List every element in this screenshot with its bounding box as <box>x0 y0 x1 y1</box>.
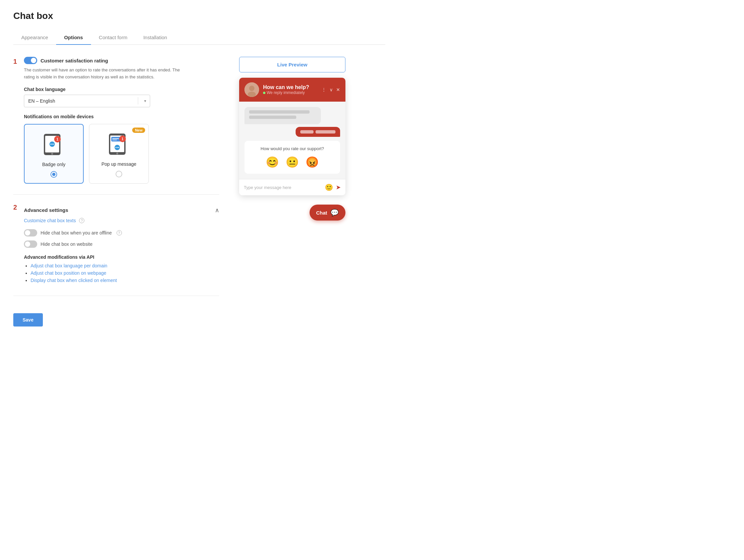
language-label: Chat box language <box>24 87 219 92</box>
hide-website-toggle[interactable] <box>24 240 37 248</box>
neutral-emoji[interactable]: 😐 <box>286 156 299 169</box>
send-icon[interactable]: ➤ <box>336 184 341 191</box>
svg-rect-14 <box>112 140 117 141</box>
rating-emojis: 😊 😐 😡 <box>250 156 335 169</box>
svg-point-7 <box>52 144 53 145</box>
angry-emoji[interactable]: 😡 <box>305 156 319 169</box>
svg-point-8 <box>53 144 54 145</box>
msg-line <box>249 110 309 114</box>
section-2: 2 Advanced settings ∧ Customize chat box… <box>13 202 219 285</box>
svg-point-18 <box>116 147 117 148</box>
live-preview-wrapper: Live Preview How ca <box>239 57 345 221</box>
chevron-down-icon[interactable]: ∨ <box>330 87 333 92</box>
section-1-title: Customer satisfaction rating <box>40 58 108 64</box>
happy-emoji[interactable]: 😊 <box>266 156 279 169</box>
svg-point-6 <box>50 144 51 145</box>
hide-website-label: Hide chat box on website <box>40 241 92 247</box>
advanced-settings-title: Advanced settings <box>24 207 68 213</box>
section-1-number: 1 <box>13 57 20 66</box>
sent-message-wrap <box>245 127 340 137</box>
sent-msg-line <box>300 130 313 134</box>
section-2-number: 2 <box>13 202 20 212</box>
chat-bubble-icon: 💬 <box>331 209 339 217</box>
api-link-item: Adjust chat box language per domain <box>31 263 219 268</box>
hide-offline-label: Hide chat box when you are offline <box>40 230 112 235</box>
api-section: Advanced modifications via API Adjust ch… <box>24 254 219 283</box>
chat-input-area: Type your message here 🙂 ➤ <box>239 179 345 195</box>
chat-body: How would you rate our support? 😊 😐 😡 <box>239 102 345 179</box>
chevron-up-icon: ∧ <box>215 207 219 214</box>
hide-offline-toggle[interactable] <box>24 229 37 236</box>
badge-only-radio[interactable] <box>50 171 57 178</box>
notif-card-popup[interactable]: New <box>89 124 149 184</box>
svg-point-22 <box>249 86 254 91</box>
close-icon[interactable]: ✕ <box>336 87 340 92</box>
hide-offline-help-icon: ? <box>117 230 122 235</box>
page-title: Chat box <box>13 11 385 21</box>
rating-box: How would you rate our support? 😊 😐 😡 <box>245 141 340 174</box>
svg-point-20 <box>118 147 119 148</box>
api-links-list: Adjust chat box language per domain Adju… <box>24 263 219 283</box>
new-badge: New <box>132 127 145 133</box>
sent-message <box>296 127 340 137</box>
customer-rating-toggle[interactable] <box>24 57 37 64</box>
svg-point-23 <box>248 92 256 97</box>
api-link-language[interactable]: Adjust chat box language per domain <box>31 263 107 268</box>
tab-contact-form[interactable]: Contact form <box>91 31 136 45</box>
api-link-position[interactable]: Adjust chat box position on webpage <box>31 270 106 276</box>
msg-line <box>249 116 296 119</box>
notifications-label: Notifications on mobile devices <box>24 114 219 119</box>
chat-widget-label: Chat <box>316 210 327 216</box>
chat-header-info: How can we help? We reply immediately <box>263 84 318 95</box>
tabs-bar: Appearance Options Contact form Installa… <box>13 31 385 45</box>
hide-website-row: Hide chat box on website <box>24 240 219 248</box>
status-dot-icon <box>263 92 265 94</box>
api-link-display[interactable]: Display chat box when clicked on element <box>31 278 117 283</box>
api-link-item: Adjust chat box position on webpage <box>31 270 219 276</box>
badge-only-label: Badge only <box>42 162 66 167</box>
chat-header-status: We reply immediately <box>263 90 318 95</box>
customize-texts-link[interactable]: Customize chat box texts ? <box>24 218 84 223</box>
live-preview-button[interactable]: Live Preview <box>239 57 345 72</box>
emoji-picker-icon[interactable]: 🙂 <box>325 183 333 191</box>
chat-header-title: How can we help? <box>263 84 318 90</box>
advanced-settings-toggle[interactable]: Advanced settings ∧ <box>24 202 219 218</box>
chat-header: How can we help? We reply immediately ⋮ … <box>239 78 345 102</box>
select-divider <box>138 97 138 105</box>
svg-point-11 <box>116 152 118 154</box>
popup-radio[interactable] <box>116 171 122 177</box>
chat-preview: How can we help? We reply immediately ⋮ … <box>239 78 345 195</box>
svg-text:1: 1 <box>57 138 59 141</box>
notification-options: 1 Badge only <box>24 124 219 184</box>
left-panel: 1 Customer satisfaction rating The custo… <box>13 57 219 327</box>
api-title: Advanced modifications via API <box>24 254 219 260</box>
notif-card-badge-only[interactable]: 1 Badge only <box>24 124 84 184</box>
tab-options[interactable]: Options <box>56 31 91 45</box>
badge-only-icon: 1 <box>39 131 69 158</box>
svg-point-19 <box>117 147 118 148</box>
section-1-desc: The customer will have an option to rate… <box>24 67 183 81</box>
chat-header-actions: ⋮ ∨ ✕ <box>322 87 340 92</box>
tab-appearance[interactable]: Appearance <box>13 31 56 45</box>
section-divider <box>13 194 219 195</box>
section-1: 1 Customer satisfaction rating The custo… <box>13 57 219 184</box>
language-select[interactable]: EN – English DE – German FR – French ES … <box>24 95 150 107</box>
popup-label: Pop up message <box>101 161 136 167</box>
chat-input-placeholder[interactable]: Type your message here <box>244 185 322 190</box>
help-icon: ? <box>79 218 84 223</box>
bottom-divider <box>13 296 219 296</box>
chat-widget-button[interactable]: Chat 💬 <box>309 204 345 221</box>
api-link-item: Display chat box when clicked on element <box>31 278 219 283</box>
received-message <box>245 107 321 124</box>
tab-installation[interactable]: Installation <box>135 31 175 45</box>
sent-msg-line <box>315 130 335 134</box>
chat-avatar <box>245 82 259 97</box>
hide-offline-row: Hide chat box when you are offline ? <box>24 229 219 236</box>
rating-question: How would you rate our support? <box>250 146 335 151</box>
popup-message-icon: 1 <box>104 131 134 157</box>
svg-point-2 <box>51 153 53 155</box>
right-panel: Live Preview How ca <box>239 57 345 327</box>
dots-icon[interactable]: ⋮ <box>322 87 326 92</box>
svg-rect-13 <box>112 138 119 139</box>
save-button[interactable]: Save <box>13 313 43 327</box>
